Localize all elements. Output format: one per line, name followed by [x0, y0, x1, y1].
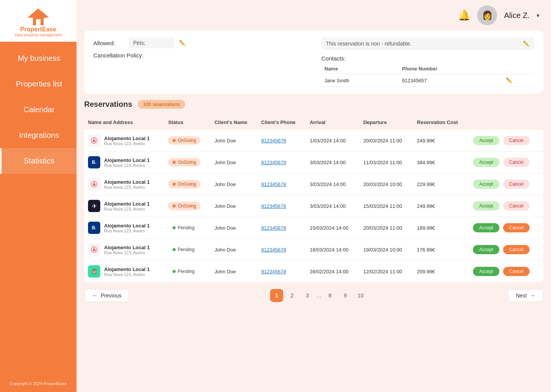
- page-10[interactable]: 10: [354, 289, 367, 302]
- departure-cell-6: 12/02/2024 11:00: [359, 261, 413, 283]
- accept-button-1[interactable]: Accept: [473, 158, 499, 167]
- client-phone-cell-5[interactable]: 912345678: [258, 239, 306, 261]
- status-badge-3: OnGoing: [168, 202, 201, 210]
- logo-area: PropertEase ease property management: [0, 0, 77, 42]
- actions-cell-0: Accept Cancel: [469, 130, 543, 152]
- table-row: B. Alojamento Local 1 Rua Nova 123, Avei…: [84, 217, 543, 239]
- sidebar: PropertEase ease property management My …: [0, 0, 77, 392]
- prev-label: Previous: [101, 292, 121, 299]
- phone-link-0[interactable]: 912345678: [261, 138, 286, 144]
- user-menu-chevron-icon[interactable]: ▾: [536, 12, 540, 19]
- property-card: Allowed: Pets; ✏️ Cancellation Policy: T…: [84, 31, 543, 94]
- status-cell-1: OnGoing: [164, 152, 210, 173]
- cancel-button-3[interactable]: Cancel: [503, 201, 530, 211]
- contacts-col-phone: Phone Number: [399, 64, 503, 74]
- cost-cell-0: 249.99€: [413, 130, 469, 152]
- page-9[interactable]: 9: [339, 289, 352, 302]
- client-phone-cell-4[interactable]: 912345678: [258, 217, 306, 239]
- property-cell-5: Alojamento Local 1 Rua Nova 123, Aveiro: [84, 239, 164, 261]
- property-name-6: Alojamento Local 1: [104, 266, 150, 272]
- phone-link-4[interactable]: 912345678: [261, 225, 286, 231]
- accept-button-5[interactable]: Accept: [473, 245, 499, 254]
- property-name-2: Alojamento Local 1: [104, 179, 150, 185]
- avatar[interactable]: 👩: [477, 5, 497, 25]
- sidebar-item-statistics[interactable]: Statistics: [0, 148, 77, 174]
- contact-name: Jane Smith: [321, 74, 399, 87]
- property-addr-3: Rua Nova 123, Aveiro: [104, 207, 150, 211]
- actions-cell-1: Accept Cancel: [469, 152, 543, 173]
- cancel-button-1[interactable]: Cancel: [503, 158, 530, 167]
- page-ellipsis: ...: [316, 292, 321, 299]
- table-row: Alojamento Local 1 Rua Nova 123, Aveiro …: [84, 173, 543, 195]
- arrival-cell-0: 1/03/2024 14:00: [306, 130, 359, 152]
- accept-button-6[interactable]: Accept: [473, 267, 499, 276]
- table-row: Alojamento Local 1 Rua Nova 123, Aveiro …: [84, 130, 543, 152]
- client-name-cell-2: John Doe: [211, 173, 258, 195]
- phone-link-5[interactable]: 912345678: [261, 247, 286, 253]
- property-cell-3: ✈ Alojamento Local 1 Rua Nova 123, Aveir…: [84, 195, 164, 217]
- cancellation-edit-icon[interactable]: ✏️: [523, 41, 530, 47]
- cost-cell-3: 249.99€: [413, 195, 469, 217]
- arrival-cell-5: 18/03/2024 14:00: [306, 239, 359, 261]
- client-phone-cell-6[interactable]: 912345678: [258, 261, 306, 283]
- cost-cell-2: 229.99€: [413, 173, 469, 195]
- client-phone-cell-2[interactable]: 912345678: [258, 173, 306, 195]
- page-2[interactable]: 2: [285, 289, 298, 302]
- notification-bell-icon[interactable]: 🔔: [458, 10, 470, 21]
- actions-cell-3: Accept Cancel: [469, 195, 543, 217]
- col-: [469, 115, 543, 130]
- accept-button-2[interactable]: Accept: [473, 180, 499, 189]
- departure-cell-2: 20/03/2024 10:00: [359, 173, 413, 195]
- app-name: PropertEase: [20, 26, 56, 33]
- contacts-label-area: Contacts: Name Phone Number Jane Smith 9…: [321, 55, 534, 87]
- plane-icon: ✈: [88, 200, 100, 212]
- cancellation-label: Cancellation Policy:: [93, 52, 306, 59]
- status-dot-5: [173, 248, 176, 251]
- contact-edit[interactable]: ✏️: [503, 74, 534, 87]
- cancel-button-5[interactable]: Cancel: [503, 245, 530, 254]
- allowed-edit-icon[interactable]: ✏️: [179, 40, 186, 46]
- phone-link-6[interactable]: 912345678: [261, 269, 286, 274]
- client-phone-cell-0[interactable]: 912345678: [258, 130, 306, 152]
- accept-button-4[interactable]: Accept: [473, 223, 499, 232]
- svg-rect-2: [36, 19, 41, 25]
- cancel-button-0[interactable]: Cancel: [503, 136, 530, 145]
- client-name-cell-5: John Doe: [211, 239, 258, 261]
- status-cell-0: OnGoing: [164, 130, 210, 152]
- sidebar-item-integrations[interactable]: Integrations: [0, 122, 77, 148]
- property-cell-0: Alojamento Local 1 Rua Nova 123, Aveiro: [84, 130, 164, 152]
- sidebar-item-calendar[interactable]: Calendar: [0, 97, 77, 122]
- sidebar-item-properties-list[interactable]: Properties list: [0, 71, 77, 97]
- phone-link-3[interactable]: 912345678: [261, 203, 286, 209]
- cancel-button-6[interactable]: Cancel: [503, 267, 530, 276]
- col-reservation-cost: Reservation Cost: [413, 115, 469, 130]
- cancel-button-4[interactable]: Cancel: [503, 223, 530, 232]
- cancel-button-2[interactable]: Cancel: [503, 180, 530, 189]
- accept-button-0[interactable]: Accept: [473, 136, 499, 145]
- section-title: Reservations: [84, 100, 132, 109]
- phone-link-1[interactable]: 912345678: [261, 160, 286, 165]
- sidebar-item-my-business[interactable]: My business: [0, 46, 77, 71]
- prev-button[interactable]: ← Previous: [84, 289, 129, 302]
- col-name-and-address: Name and Address: [84, 115, 164, 130]
- page-3[interactable]: 3: [301, 289, 314, 302]
- page-1[interactable]: 1: [270, 289, 283, 302]
- property-addr-2: Rua Nova 123, Aveiro: [104, 185, 150, 189]
- next-button[interactable]: Next →: [508, 289, 543, 302]
- departure-cell-4: 20/03/2024 11:00: [359, 217, 413, 239]
- departure-cell-3: 15/03/2024 11:00: [359, 195, 413, 217]
- accept-button-3[interactable]: Accept: [473, 201, 499, 211]
- col-client-s-phone: Client's Phone: [258, 115, 306, 130]
- client-phone-cell-1[interactable]: 912345678: [258, 152, 306, 173]
- header: 🔔 👩 Alice Z. ▾: [77, 0, 551, 31]
- svg-rect-3: [42, 13, 44, 18]
- reservations-section: Reservations 100 reservations Name and A…: [77, 100, 551, 310]
- cost-cell-5: 176.99€: [413, 239, 469, 261]
- policy-section: Allowed: Pets; ✏️ Cancellation Policy:: [93, 38, 306, 87]
- phone-link-2[interactable]: 912345678: [261, 181, 286, 187]
- table-row: B. Alojamento Local 1 Rua Nova 123, Avei…: [84, 152, 543, 173]
- page-8[interactable]: 8: [324, 289, 337, 302]
- app-subtitle: ease property management: [15, 33, 62, 37]
- client-phone-cell-3[interactable]: 912345678: [258, 195, 306, 217]
- avatar-placeholder: 👩: [482, 10, 492, 20]
